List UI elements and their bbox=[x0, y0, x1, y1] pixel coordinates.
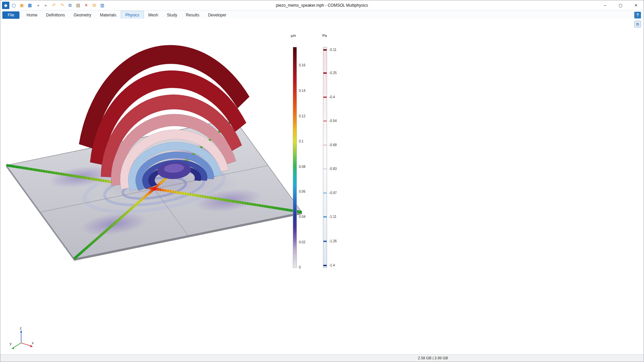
ribbon-tab-developer[interactable]: Developer bbox=[204, 11, 231, 19]
save-icon[interactable]: ▦ bbox=[26, 2, 34, 9]
dock-plot-icon[interactable]: ⧉ bbox=[634, 21, 641, 27]
displacement-tick: 0.14 bbox=[299, 89, 305, 93]
displacement-tick: 0.06 bbox=[299, 190, 305, 193]
ribbon-tab-physics[interactable]: Physics bbox=[121, 11, 144, 19]
x-axis-label: x bbox=[32, 341, 34, 345]
new-file-icon[interactable]: ▢ bbox=[10, 2, 17, 9]
pressure-tick: -1.26 bbox=[329, 239, 337, 243]
app-icon[interactable]: ◆ bbox=[2, 2, 9, 9]
displacement-colorbar bbox=[293, 47, 297, 268]
pressure-tick: -1.11 bbox=[329, 215, 336, 219]
graphics-canvas[interactable]: ⧉ μm0.160.140.120.10.080.060.040.020Pa-0… bbox=[0, 19, 644, 362]
file-menu-button[interactable]: File bbox=[2, 11, 19, 19]
paste-icon[interactable]: ▤ bbox=[74, 2, 82, 9]
pressure-colorbar bbox=[323, 47, 327, 268]
maximize-button[interactable]: ▢ bbox=[613, 0, 628, 10]
redo-icon[interactable]: ↷ bbox=[58, 2, 66, 9]
title-bar: ◆▢▣▦◂▸↶↷⧉▤✕⊞▥ piezo_mems_speaker.mph - C… bbox=[0, 0, 644, 10]
windows-icon[interactable]: ⊞ bbox=[91, 2, 98, 9]
ribbon-tab-home[interactable]: Home bbox=[22, 11, 42, 19]
pressure-tick: -0.25 bbox=[329, 71, 337, 75]
axis-triad: z y x bbox=[10, 327, 35, 352]
open-icon[interactable]: ▣ bbox=[18, 2, 25, 9]
displacement-tick: 0.12 bbox=[299, 114, 305, 118]
displacement-tick: 0.02 bbox=[299, 240, 305, 244]
back-icon[interactable]: ◂ bbox=[34, 2, 42, 9]
ribbon-tab-row: File HomeDefinitionsGeometryMaterialsPhy… bbox=[0, 10, 644, 20]
comsol-window: ◆▢▣▦◂▸↶↷⧉▤✕⊞▥ piezo_mems_speaker.mph - C… bbox=[0, 0, 644, 362]
close-button[interactable]: ✕ bbox=[628, 0, 644, 10]
forward-icon[interactable]: ▸ bbox=[42, 2, 50, 9]
ribbon-tab-study[interactable]: Study bbox=[162, 11, 181, 19]
y-axis-label: y bbox=[10, 342, 11, 346]
ribbon-tab-mesh[interactable]: Mesh bbox=[144, 11, 162, 19]
displacement-tick: 0.16 bbox=[299, 63, 305, 67]
z-axis-label: z bbox=[20, 326, 21, 330]
ribbon-tab-geometry[interactable]: Geometry bbox=[69, 11, 96, 19]
help-icon[interactable]: ? bbox=[634, 12, 641, 18]
copy-icon[interactable]: ⧉ bbox=[66, 2, 74, 9]
minimize-button[interactable]: ─ bbox=[597, 0, 613, 10]
status-bar: 2.58 GB | 3.99 GB bbox=[0, 354, 644, 362]
window-controls: ─▢✕ bbox=[597, 0, 644, 10]
ribbon-tab-materials[interactable]: Materials bbox=[96, 11, 121, 19]
quick-access-toolbar: ◆▢▣▦◂▸↶↷⧉▤✕⊞▥ bbox=[0, 2, 106, 9]
ribbon-tabs: HomeDefinitionsGeometryMaterialsPhysicsM… bbox=[22, 11, 231, 19]
displacement-tick: 0 bbox=[299, 265, 301, 269]
pressure-tick: -0.54 bbox=[329, 119, 337, 123]
displacement-tick: 0.08 bbox=[299, 165, 305, 169]
pressure-tick: -1.4 bbox=[329, 263, 335, 267]
window-title: piezo_mems_speaker.mph - COMSOL Multiphy… bbox=[276, 3, 368, 8]
ribbon-tab-definitions[interactable]: Definitions bbox=[42, 11, 69, 19]
undo-icon[interactable]: ↶ bbox=[50, 2, 58, 9]
ribbon-tab-results[interactable]: Results bbox=[181, 11, 204, 19]
displacement-unit-label: μm bbox=[291, 34, 296, 38]
pressure-tick: -0.4 bbox=[329, 95, 335, 99]
pressure-tick: -0.97 bbox=[329, 191, 337, 195]
pressure-tick: -0.68 bbox=[329, 143, 337, 147]
memory-indicator: 2.58 GB | 3.99 GB bbox=[418, 356, 448, 360]
layout-icon[interactable]: ▥ bbox=[99, 2, 106, 9]
pressure-unit-label: Pa bbox=[322, 34, 327, 38]
pressure-tick: -0.11 bbox=[329, 48, 336, 52]
delete-icon[interactable]: ✕ bbox=[83, 2, 90, 9]
displacement-tick: 0.1 bbox=[299, 139, 304, 143]
pressure-tick: -0.83 bbox=[329, 167, 337, 171]
displacement-tick: 0.04 bbox=[299, 215, 305, 219]
graphics-panel: GraphicsResponse✕▾⍟ ⊕⊖⊡⤢⌂▾⇵▾∿◺◿⟳▾↖▤▦◧◨⊠∗… bbox=[0, 0, 644, 282]
